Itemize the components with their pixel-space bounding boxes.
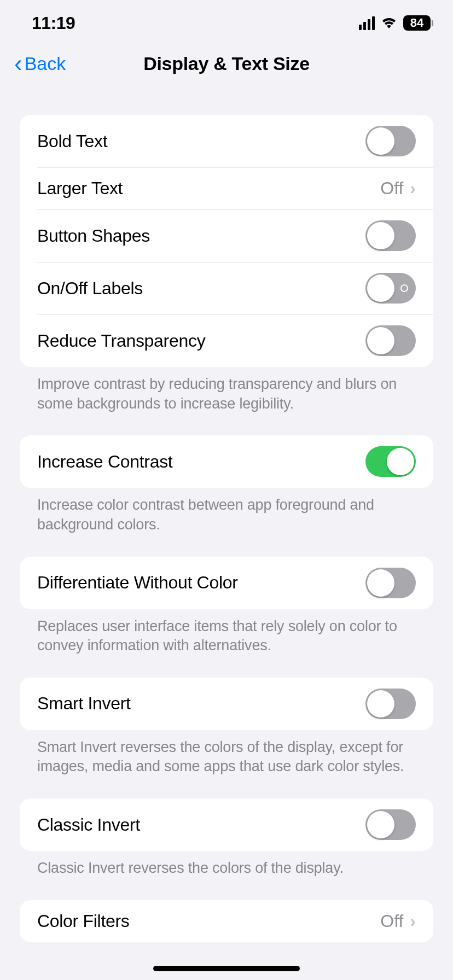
row-label: Larger Text xyxy=(37,178,123,199)
row-color-filters[interactable]: Color Filters Off › xyxy=(20,900,433,942)
row-smart-invert[interactable]: Smart Invert xyxy=(20,678,433,730)
toggle-button-shapes[interactable] xyxy=(365,220,416,251)
cellular-icon xyxy=(359,16,375,30)
page-title: Display & Text Size xyxy=(143,53,310,74)
group-footer: Classic Invert reverses the colors of th… xyxy=(20,851,433,878)
toggle-increase-contrast[interactable] xyxy=(365,446,416,477)
row-increase-contrast[interactable]: Increase Contrast xyxy=(20,435,433,488)
toggle-classic-invert[interactable] xyxy=(365,809,416,840)
row-label: Differentiate Without Color xyxy=(37,573,238,593)
row-on-off-labels[interactable]: On/Off Labels xyxy=(20,262,433,314)
status-indicators: 84 xyxy=(359,15,433,31)
row-label: Smart Invert xyxy=(37,693,131,714)
content: Bold Text Larger Text Off › Button Shape… xyxy=(0,90,453,942)
row-label: Increase Contrast xyxy=(37,452,172,472)
row-label: Classic Invert xyxy=(37,815,140,835)
row-value: Off xyxy=(380,911,403,931)
row-label: Color Filters xyxy=(37,911,130,931)
home-indicator[interactable] xyxy=(153,966,300,971)
status-bar: 11:19 84 xyxy=(0,0,453,38)
card: Bold Text Larger Text Off › Button Shape… xyxy=(20,115,433,367)
settings-group-contrast: Increase Contrast Increase color contras… xyxy=(20,435,433,534)
settings-group-color-filters: Color Filters Off › xyxy=(20,900,433,942)
toggle-off-indicator-icon xyxy=(400,284,408,292)
settings-group-classic-invert: Classic Invert Classic Invert reverses t… xyxy=(20,798,433,878)
chevron-right-icon: › xyxy=(410,911,416,931)
toggle-on-off-labels[interactable] xyxy=(365,273,416,304)
card: Increase Contrast xyxy=(20,435,433,488)
row-button-shapes[interactable]: Button Shapes xyxy=(20,209,433,262)
nav-bar: ‹ Back Display & Text Size xyxy=(0,38,453,90)
toggle-differentiate-without-color[interactable] xyxy=(365,568,416,598)
settings-group-text: Bold Text Larger Text Off › Button Shape… xyxy=(20,115,433,413)
toggle-reduce-transparency[interactable] xyxy=(365,325,416,356)
back-label: Back xyxy=(25,53,66,74)
row-trail: Off › xyxy=(380,911,416,931)
battery-icon: 84 xyxy=(403,15,433,31)
row-classic-invert[interactable]: Classic Invert xyxy=(20,798,433,851)
card: Smart Invert xyxy=(20,678,433,730)
row-larger-text[interactable]: Larger Text Off › xyxy=(20,167,433,209)
row-bold-text[interactable]: Bold Text xyxy=(20,115,433,167)
wifi-icon xyxy=(380,15,398,31)
card: Differentiate Without Color xyxy=(20,557,433,609)
row-label: Bold Text xyxy=(37,131,107,151)
card: Color Filters Off › xyxy=(20,900,433,942)
card: Classic Invert xyxy=(20,798,433,851)
row-label: On/Off Labels xyxy=(37,278,143,299)
back-button[interactable]: ‹ Back xyxy=(14,51,66,75)
settings-group-differentiate: Differentiate Without Color Replaces use… xyxy=(20,557,433,656)
group-footer: Improve contrast by reducing transparenc… xyxy=(20,367,433,413)
row-label: Reduce Transparency xyxy=(37,331,205,351)
row-differentiate-without-color[interactable]: Differentiate Without Color xyxy=(20,557,433,609)
group-footer: Increase color contrast between app fore… xyxy=(20,488,433,534)
row-trail: Off › xyxy=(380,178,416,199)
toggle-smart-invert[interactable] xyxy=(365,689,416,719)
chevron-right-icon: › xyxy=(410,178,416,199)
toggle-bold-text[interactable] xyxy=(365,126,416,156)
row-label: Button Shapes xyxy=(37,226,150,246)
settings-group-smart-invert: Smart Invert Smart Invert reverses the c… xyxy=(20,678,433,777)
row-reduce-transparency[interactable]: Reduce Transparency xyxy=(20,314,433,367)
status-time: 11:19 xyxy=(32,13,75,33)
battery-level: 84 xyxy=(403,15,431,31)
row-value: Off xyxy=(380,178,403,199)
group-footer: Replaces user interface items that rely … xyxy=(20,609,433,656)
chevron-left-icon: ‹ xyxy=(14,51,22,75)
group-footer: Smart Invert reverses the colors of the … xyxy=(20,730,433,777)
